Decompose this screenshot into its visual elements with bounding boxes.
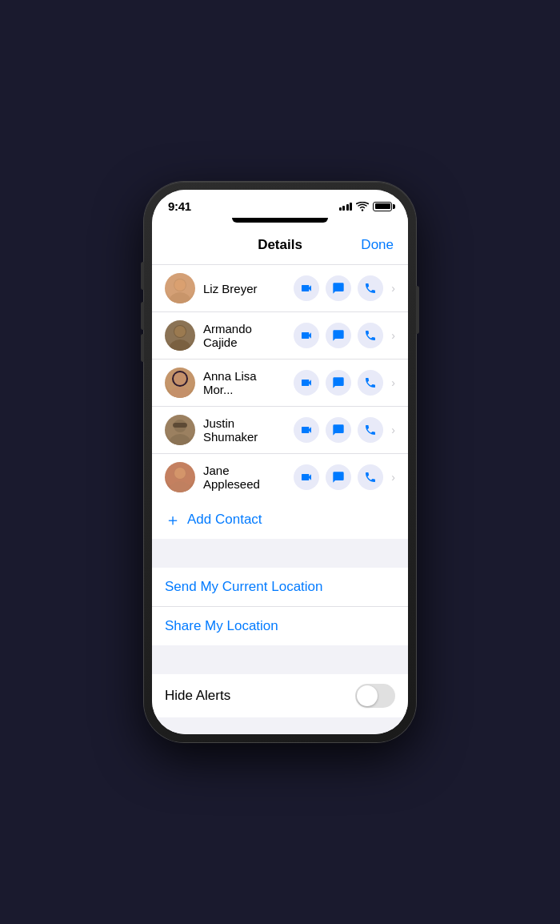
send-location-row[interactable]: Send My Current Location bbox=[152, 568, 408, 607]
avatar-armando bbox=[165, 320, 195, 351]
avatar-anna bbox=[165, 368, 195, 398]
svg-point-6 bbox=[174, 326, 186, 337]
contact-actions-liz: › bbox=[294, 275, 395, 301]
svg-point-9 bbox=[170, 387, 190, 398]
status-bar: 9:41 bbox=[152, 190, 408, 218]
chevron-jane: › bbox=[391, 471, 395, 484]
message-btn-liz[interactable] bbox=[326, 275, 351, 301]
phone-screen: 9:41 bbox=[152, 190, 408, 734]
signal-icon bbox=[339, 203, 353, 211]
chevron-liz: › bbox=[391, 282, 395, 295]
svg-point-2 bbox=[170, 292, 190, 303]
phone-btn-anna[interactable] bbox=[358, 370, 383, 396]
hide-alerts-toggle[interactable] bbox=[355, 684, 395, 708]
phone-btn-justin[interactable] bbox=[358, 417, 383, 443]
chevron-armando: › bbox=[391, 329, 395, 342]
page-title: Details bbox=[206, 237, 354, 253]
toggle-knob bbox=[357, 685, 378, 706]
add-contact-row[interactable]: ＋ Add Contact bbox=[152, 500, 408, 539]
screen-content: 9:41 bbox=[152, 190, 408, 734]
video-call-btn-jane[interactable] bbox=[294, 464, 319, 490]
svg-point-14 bbox=[170, 481, 190, 492]
phone-device: 9:41 bbox=[144, 182, 416, 742]
contact-name-jane: Jane Appleseed bbox=[203, 464, 286, 491]
hide-alerts-label: Hide Alerts bbox=[165, 688, 230, 704]
battery-icon bbox=[373, 202, 392, 211]
hide-alerts-row[interactable]: Hide Alerts bbox=[152, 674, 408, 717]
wifi-icon bbox=[356, 202, 369, 211]
svg-point-3 bbox=[174, 279, 186, 291]
video-call-btn-anna[interactable] bbox=[294, 370, 319, 396]
avatar-liz bbox=[165, 273, 195, 303]
contact-actions-jane: › bbox=[294, 464, 395, 490]
svg-point-15 bbox=[174, 468, 186, 479]
send-current-location-label: Send My Current Location bbox=[165, 579, 323, 594]
video-call-btn-armando[interactable] bbox=[294, 323, 319, 348]
details-header: Details Done bbox=[152, 226, 408, 265]
separator-2 bbox=[152, 645, 408, 674]
add-contact-label: Add Contact bbox=[187, 512, 262, 528]
contact-actions-anna: › bbox=[294, 370, 395, 396]
chevron-anna: › bbox=[391, 376, 395, 389]
contact-row-liz[interactable]: Liz Breyer › bbox=[152, 265, 408, 312]
phone-btn-liz[interactable] bbox=[358, 275, 383, 301]
location-section: Send My Current Location Share My Locati… bbox=[152, 568, 408, 645]
message-btn-justin[interactable] bbox=[326, 417, 351, 443]
add-icon: ＋ bbox=[165, 512, 181, 528]
contact-actions-armando: › bbox=[294, 323, 395, 348]
svg-point-5 bbox=[170, 339, 190, 351]
share-location-label: Share My Location bbox=[165, 618, 278, 633]
contact-name-liz: Liz Breyer bbox=[203, 282, 286, 295]
notch bbox=[232, 218, 328, 223]
separator-1 bbox=[152, 539, 408, 568]
hide-alerts-section: Hide Alerts bbox=[152, 674, 408, 717]
main-content[interactable]: Details Done Liz Bre bbox=[152, 226, 408, 734]
svg-point-11 bbox=[170, 434, 190, 445]
status-time: 9:41 bbox=[168, 199, 191, 213]
chevron-justin: › bbox=[391, 424, 395, 436]
contact-name-armando: Armando Cajide bbox=[203, 322, 286, 349]
contact-row-armando[interactable]: Armando Cajide › bbox=[152, 312, 408, 360]
svg-rect-12 bbox=[173, 423, 187, 428]
contact-name-anna: Anna Lisa Mor... bbox=[203, 369, 286, 396]
done-button[interactable]: Done bbox=[354, 237, 394, 253]
phone-btn-jane[interactable] bbox=[358, 464, 383, 490]
notch-area bbox=[152, 218, 408, 226]
message-btn-anna[interactable] bbox=[326, 370, 351, 396]
svg-point-0 bbox=[362, 209, 363, 211]
contact-list: Liz Breyer › bbox=[152, 265, 408, 500]
avatar-justin bbox=[165, 415, 195, 445]
contact-row-jane[interactable]: Jane Appleseed › bbox=[152, 454, 408, 500]
message-btn-jane[interactable] bbox=[326, 464, 351, 490]
video-call-btn-liz[interactable] bbox=[294, 275, 319, 301]
video-call-btn-justin[interactable] bbox=[294, 417, 319, 443]
status-icons bbox=[339, 202, 393, 211]
contact-actions-justin: › bbox=[294, 417, 395, 443]
contact-row-justin[interactable]: Justin Shumaker › bbox=[152, 407, 408, 454]
share-location-row[interactable]: Share My Location bbox=[152, 607, 408, 645]
contact-row-anna[interactable]: Anna Lisa Mor... › bbox=[152, 360, 408, 407]
svg-point-8 bbox=[174, 372, 186, 385]
contact-name-justin: Justin Shumaker bbox=[203, 416, 286, 444]
message-btn-armando[interactable] bbox=[326, 323, 351, 348]
separator-3 bbox=[152, 717, 408, 734]
avatar-jane bbox=[165, 462, 195, 492]
phone-btn-armando[interactable] bbox=[358, 323, 383, 348]
